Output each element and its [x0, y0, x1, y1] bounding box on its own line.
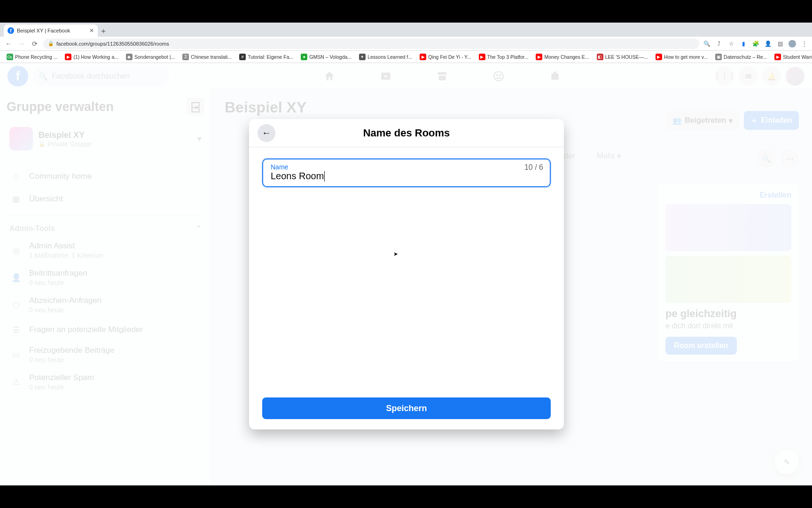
fb-ext-icon[interactable]: ▮ — [740, 40, 747, 48]
star-icon[interactable]: ☆ — [727, 40, 735, 48]
profile-chip-icon[interactable] — [789, 40, 796, 48]
account-icon[interactable]: 👤 — [764, 40, 772, 48]
url-text: facebook.com/groups/1126350550836026/roo… — [56, 41, 169, 47]
tab-title: Beispiel XY | Facebook — [17, 28, 70, 33]
modal-title: Name des Rooms — [363, 127, 450, 139]
back-button[interactable]: ← — [258, 124, 275, 142]
browser-addressbar: ← → ⟳ 🔒 facebook.com/groups/112635055083… — [0, 37, 812, 51]
browser-tabbar: f Beispiel XY | Facebook ✕ ＋ — [0, 23, 812, 37]
bookmark-item[interactable]: ◧LEE 'S HOUSE—... — [594, 53, 651, 61]
browser-tab[interactable]: f Beispiel XY | Facebook ✕ — [4, 24, 98, 37]
bookmark-item[interactable]: 文Chinese translati... — [180, 53, 234, 61]
bookmark-item[interactable]: ▶Money Changes E... — [533, 53, 592, 61]
sidepanel-icon[interactable]: ▤ — [776, 40, 784, 48]
lock-icon: 🔒 — [48, 41, 54, 46]
url-field[interactable]: 🔒 facebook.com/groups/1126350550836026/r… — [43, 39, 699, 49]
arrow-left-icon: ← — [262, 127, 271, 138]
bookmark-item[interactable]: O₂Phone Recycling ... — [4, 53, 60, 61]
bookmark-item[interactable]: ●GMSN – Vologda... — [298, 53, 354, 61]
save-button[interactable]: Speichern — [262, 397, 551, 419]
bookmark-item[interactable]: ▣Datenschutz – Re... — [712, 53, 770, 61]
mouse-cursor-icon: ➤ — [393, 251, 398, 257]
extensions-icon[interactable]: 🧩 — [752, 40, 759, 48]
close-icon[interactable]: ✕ — [89, 27, 94, 34]
text-cursor — [324, 171, 325, 182]
bookmark-item[interactable]: ▶(1) How Working a... — [62, 53, 121, 61]
menu-icon[interactable]: ⋮ — [801, 40, 808, 48]
bookmark-item[interactable]: ◆Sonderangebot |... — [123, 53, 178, 61]
zoom-icon[interactable]: 🔍 — [703, 40, 710, 48]
room-name-modal: ← Name des Rooms Name Leons Room 10 / 6 … — [249, 119, 564, 429]
new-tab-button[interactable]: ＋ — [98, 25, 109, 37]
share-icon[interactable]: ⤴ — [715, 40, 723, 48]
bookmark-item[interactable]: ▶The Top 3 Platfor... — [476, 53, 531, 61]
name-input-value[interactable]: Leons Room — [271, 171, 324, 182]
facebook-favicon-icon: f — [8, 27, 14, 34]
bookmark-item[interactable]: ▶Student Wants an... — [772, 53, 812, 61]
back-icon[interactable]: ← — [4, 39, 13, 48]
bookmark-item[interactable]: ▶Qing Fei De Yi - Y... — [417, 53, 474, 61]
bookmark-item[interactable]: #Tutorial: Eigene Fa... — [236, 53, 296, 61]
name-field[interactable]: Name Leons Room 10 / 6 — [262, 159, 551, 187]
char-counter: 10 / 6 — [524, 163, 543, 172]
bookmarks-bar: O₂Phone Recycling ... ▶(1) How Working a… — [0, 51, 812, 63]
bookmark-item[interactable]: ▶How to get more v... — [653, 53, 710, 61]
reload-icon[interactable]: ⟳ — [30, 39, 39, 48]
name-label: Name — [271, 163, 542, 171]
bookmark-item[interactable]: ✦Lessons Learned f... — [356, 53, 415, 61]
forward-icon[interactable]: → — [17, 39, 26, 48]
